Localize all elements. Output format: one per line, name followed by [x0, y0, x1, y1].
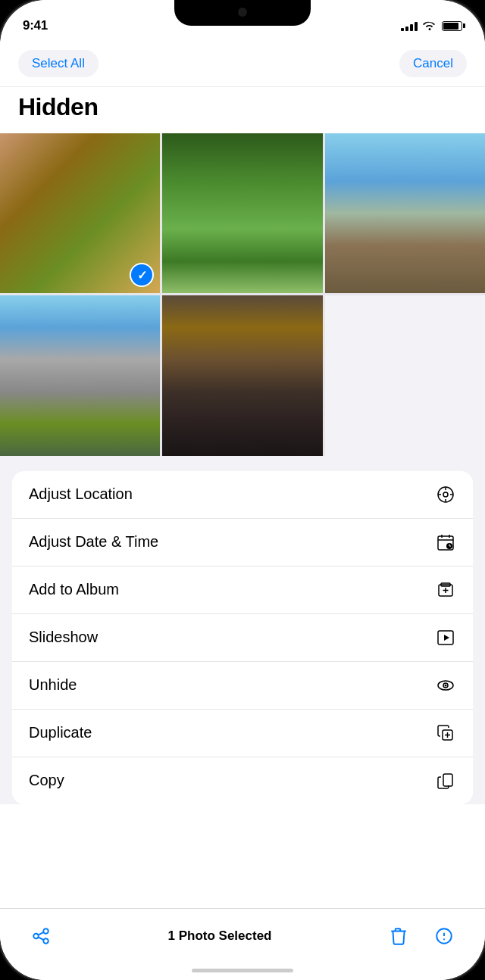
copy-icon: [435, 770, 456, 791]
notch: [174, 0, 311, 26]
action-adjust-location[interactable]: Adjust Location: [12, 471, 473, 519]
cancel-button[interactable]: Cancel: [399, 50, 467, 77]
action-sheet: Adjust Location: [12, 471, 473, 804]
svg-point-1: [443, 492, 448, 497]
page-title-area: Hidden: [0, 87, 485, 133]
more-button[interactable]: [427, 919, 461, 953]
camera-dot: [238, 8, 247, 17]
selected-count-text: 1 Photo Selected: [168, 929, 272, 944]
signal-bars-icon: [401, 20, 418, 31]
action-duplicate-label: Duplicate: [29, 724, 92, 741]
photo-grid: ✓: [0, 133, 485, 456]
photo-cell-2[interactable]: [162, 133, 322, 293]
photo-cell-1[interactable]: ✓: [0, 133, 160, 293]
action-add-to-album-label: Add to Album: [29, 581, 119, 598]
unhide-icon: [435, 675, 456, 696]
action-unhide-label: Unhide: [29, 676, 77, 694]
photo-cell-4[interactable]: [0, 295, 160, 455]
status-icons: [401, 20, 462, 33]
adjust-location-icon: [435, 484, 456, 505]
status-time: 9:41: [23, 18, 48, 33]
delete-button[interactable]: [382, 919, 415, 953]
action-sheet-backdrop: Adjust Location: [0, 456, 485, 804]
action-copy-label: Copy: [29, 772, 64, 789]
action-unhide[interactable]: Unhide: [12, 662, 473, 710]
photo-cell-3[interactable]: [325, 133, 485, 293]
add-to-album-icon: [435, 579, 456, 601]
action-adjust-date-time-label: Adjust Date & Time: [29, 533, 158, 551]
action-duplicate[interactable]: Duplicate: [12, 710, 473, 757]
action-adjust-date-time[interactable]: Adjust Date & Time: [12, 519, 473, 566]
action-copy[interactable]: Copy: [12, 757, 473, 804]
select-all-button[interactable]: Select All: [18, 50, 99, 77]
battery-icon: [442, 21, 462, 31]
action-slideshow[interactable]: Slideshow: [12, 614, 473, 662]
phone-screen: 9:41: [0, 0, 485, 980]
action-slideshow-label: Slideshow: [29, 629, 98, 646]
action-adjust-location-label: Adjust Location: [29, 485, 133, 503]
photo-cell-empty: [325, 295, 485, 455]
svg-point-21: [445, 684, 447, 686]
slideshow-icon: [435, 627, 456, 648]
header-bar: Select All Cancel: [0, 41, 485, 87]
duplicate-icon: [435, 723, 456, 744]
share-button[interactable]: [24, 919, 58, 953]
home-indicator: [192, 969, 293, 972]
phone-frame: 9:41: [0, 0, 485, 980]
wifi-icon: [423, 20, 436, 33]
action-add-to-album[interactable]: Add to Album: [12, 566, 473, 614]
adjust-date-time-icon: [435, 532, 456, 553]
photo-cell-5[interactable]: [162, 295, 322, 455]
page-title: Hidden: [18, 93, 467, 121]
svg-rect-25: [443, 774, 452, 786]
svg-marker-18: [444, 635, 449, 641]
main-content: Select All Cancel Hidden ✓: [0, 41, 485, 980]
